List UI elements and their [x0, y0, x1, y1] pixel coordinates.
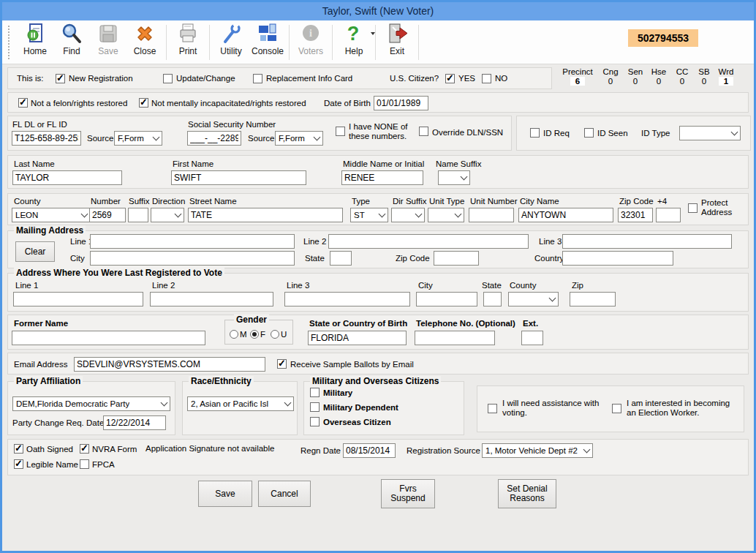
race-combo[interactable]: 2, Asian or Pacific Isl	[187, 396, 294, 411]
direction-combo[interactable]	[151, 208, 184, 222]
save-button[interactable]: Save	[198, 481, 252, 507]
update-change-checkbox[interactable]	[163, 74, 173, 83]
direction-label: Direction	[152, 197, 185, 206]
lr-line3-input[interactable]	[284, 292, 410, 306]
birth-place-input[interactable]	[308, 331, 407, 345]
no-numbers-checkbox[interactable]	[336, 127, 345, 136]
mailing-zip-label: Zip Code	[396, 254, 430, 263]
gender-f-radio[interactable]	[250, 330, 259, 339]
id-type-combo[interactable]	[679, 126, 741, 140]
county-combo[interactable]: LEON	[12, 208, 91, 222]
us-citizen-label: U.S. Citizen?	[390, 74, 439, 83]
military-dependent-checkbox[interactable]	[310, 402, 320, 412]
ext-input[interactable]	[521, 331, 543, 345]
lr-county-combo[interactable]	[508, 292, 559, 306]
email-input[interactable]	[74, 357, 265, 372]
gender-m-radio[interactable]	[230, 330, 238, 339]
clear-mailing-button[interactable]: Clear	[15, 241, 55, 262]
type-combo[interactable]: ST	[350, 208, 388, 222]
party-combo[interactable]: DEM,Florida Democratic Party	[12, 396, 170, 411]
toolbar-separator	[166, 25, 167, 60]
former-name-input[interactable]	[12, 331, 205, 345]
print-button[interactable]: Print	[170, 23, 206, 62]
district-value: 0	[675, 77, 689, 86]
lr-zip-input[interactable]	[570, 292, 616, 306]
party-change-date-input[interactable]	[103, 415, 166, 430]
citizen-no-label: NO	[495, 74, 507, 83]
help-dropdown-arrow-icon[interactable]	[371, 32, 375, 35]
mailing-line2-input[interactable]	[328, 234, 529, 249]
regn-date-input[interactable]	[343, 443, 396, 458]
mailing-state-input[interactable]	[330, 251, 352, 266]
help-button[interactable]: ? Help	[336, 23, 372, 62]
name-suffix-combo[interactable]	[438, 170, 470, 185]
dob-input[interactable]	[374, 96, 428, 110]
zip-code-input[interactable]	[618, 208, 653, 222]
id-seen-checkbox[interactable]	[584, 128, 594, 138]
plus4-input[interactable]	[656, 208, 681, 222]
replacement-card-checkbox[interactable]	[253, 74, 262, 83]
last-name-input[interactable]	[12, 170, 122, 185]
utility-button[interactable]: Utility	[213, 23, 249, 62]
mailing-zip-input[interactable]	[434, 251, 479, 266]
lr-state-input[interactable]	[483, 292, 502, 306]
fvrs-suspend-button[interactable]: FvrsSuspend	[381, 479, 435, 508]
new-registration-checkbox[interactable]	[56, 74, 65, 83]
email-section: Email Address Receive Sample Ballots by …	[7, 353, 749, 375]
exit-button[interactable]: Exit	[379, 23, 415, 62]
home-icon	[24, 23, 46, 45]
overseas-citizen-checkbox[interactable]	[310, 417, 320, 426]
dl-source-combo[interactable]: F,Form	[114, 131, 162, 146]
registration-source-combo[interactable]: 1, Motor Vehicle Dept #2	[482, 443, 593, 458]
mailing-line1-input[interactable]	[90, 234, 295, 249]
home-button[interactable]: Home	[17, 23, 53, 62]
toolbar-grip[interactable]	[8, 26, 11, 59]
first-name-input[interactable]	[171, 170, 306, 185]
street-name-input[interactable]	[188, 208, 343, 222]
fl-dl-input[interactable]	[12, 131, 81, 146]
unit-type-combo[interactable]	[428, 208, 464, 222]
city-name-input[interactable]	[518, 208, 613, 222]
protect-address-checkbox[interactable]	[688, 203, 698, 213]
console-button[interactable]: Console	[249, 23, 286, 62]
military-checkbox[interactable]	[310, 388, 320, 397]
sample-ballots-checkbox[interactable]	[277, 359, 287, 369]
election-worker-checkbox[interactable]	[612, 404, 621, 413]
lr-line1-input[interactable]	[13, 292, 143, 306]
id-req-checkbox[interactable]	[530, 128, 540, 138]
district-value: 0	[697, 77, 711, 86]
mailing-country-input[interactable]	[562, 251, 673, 266]
cancel-button[interactable]: Cancel	[258, 481, 311, 507]
dir-suffix-combo[interactable]	[391, 208, 425, 222]
not-incapacitated-checkbox[interactable]	[139, 98, 148, 108]
mailing-line3-input[interactable]	[562, 234, 732, 249]
unit-type-label: Unit Type	[429, 197, 464, 206]
fpca-checkbox[interactable]	[80, 459, 89, 469]
close-button[interactable]: Close	[126, 23, 163, 62]
middle-name-input[interactable]	[341, 170, 423, 185]
suffix-input[interactable]	[128, 208, 148, 222]
gender-u-radio[interactable]	[271, 330, 279, 339]
set-denial-reasons-button[interactable]: Set DenialReasons	[498, 479, 556, 508]
phone-input[interactable]	[415, 331, 495, 345]
override-dln-checkbox[interactable]	[419, 127, 428, 136]
assistance-checkbox[interactable]	[488, 404, 497, 413]
nvra-form-checkbox[interactable]	[80, 444, 89, 454]
citizen-no-checkbox[interactable]	[482, 74, 491, 83]
lr-city-input[interactable]	[416, 292, 477, 306]
lr-line2-input[interactable]	[150, 292, 273, 306]
legible-name-checkbox[interactable]	[14, 459, 23, 469]
ssn-source-combo[interactable]: F,Form	[275, 131, 323, 146]
mailing-city-input[interactable]	[90, 251, 295, 266]
unit-number-input[interactable]	[469, 208, 514, 222]
id-seen-label: ID Seen	[597, 129, 628, 138]
find-button[interactable]: Find	[53, 23, 90, 62]
citizen-yes-label: YES	[458, 74, 475, 83]
number-input[interactable]	[89, 208, 126, 222]
ssn-input[interactable]	[187, 131, 241, 146]
oath-signed-checkbox[interactable]	[14, 444, 23, 454]
not-felon-checkbox[interactable]	[18, 98, 28, 108]
citizen-yes-checkbox[interactable]	[445, 74, 455, 83]
help-button-label: Help	[345, 46, 363, 56]
district-label: Cng	[597, 67, 624, 76]
